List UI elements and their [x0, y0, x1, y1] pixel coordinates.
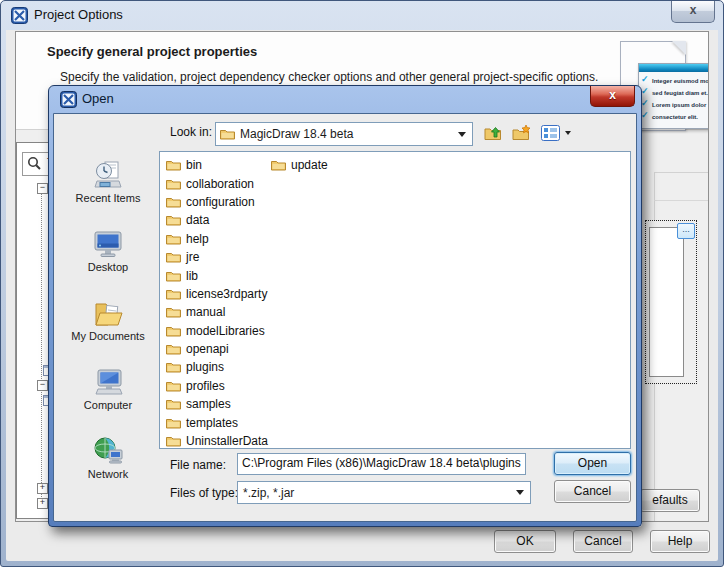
- folder-icon: [166, 251, 181, 263]
- open-dialog-title: Open: [82, 86, 114, 112]
- folder-icon: [166, 325, 181, 337]
- open-dialog-content: Look in: MagicDraw 18.4 beta Recent Item…: [53, 113, 637, 522]
- ok-button[interactable]: OK: [494, 530, 556, 553]
- folder-item[interactable]: jre: [163, 248, 202, 266]
- checklist-row: ✓ consectetur elit.: [639, 109, 709, 121]
- folder-item[interactable]: plugins: [163, 358, 227, 376]
- help-button[interactable]: Help: [650, 530, 710, 553]
- checklist-row: ✓ Lorem ipsum dolor: [639, 97, 709, 109]
- files-of-type-combobox[interactable]: *.zip, *.jar: [237, 481, 531, 504]
- page-fold-corner: [672, 41, 686, 55]
- folder-icon: [166, 306, 181, 318]
- desktop-icon: [92, 229, 124, 259]
- open-dialog-titlebar[interactable]: Open x: [49, 86, 641, 113]
- folder-item[interactable]: templates: [163, 413, 241, 431]
- folder-icon: [220, 128, 235, 140]
- options-group-divider: [654, 200, 709, 201]
- folder-item[interactable]: collaboration: [163, 174, 257, 192]
- view-menu-dropdown-arrow[interactable]: [565, 131, 571, 135]
- folder-icon: [166, 288, 181, 300]
- checklist-row: ✓ Integer euismod mollis: [639, 73, 709, 85]
- file-name-input[interactable]: C:\Program Files (x86)\MagicDraw 18.4 be…: [237, 453, 526, 475]
- window-close-button[interactable]: x: [671, 1, 715, 23]
- folder-icon: [166, 417, 181, 429]
- folder-item[interactable]: bin: [163, 156, 205, 174]
- checklist-illustration: ✓ Integer euismod mollis ✓ sed feugiat d…: [638, 63, 709, 129]
- up-one-level-button[interactable]: [483, 122, 505, 144]
- page-title: Specify general project properties: [47, 44, 257, 59]
- folder-icon: [166, 361, 181, 373]
- folder-item[interactable]: help: [163, 230, 212, 248]
- new-folder-icon: [512, 124, 532, 142]
- folder-item[interactable]: update: [268, 156, 331, 174]
- check-icon: ✓: [641, 73, 649, 85]
- folder-item[interactable]: samples: [163, 395, 234, 413]
- checklist-header-bar: [639, 64, 709, 72]
- view-menu-button[interactable]: [539, 122, 561, 144]
- tree-expand-toggle[interactable]: +: [37, 483, 48, 494]
- computer-icon: [92, 367, 124, 397]
- folder-item[interactable]: license3rdparty: [163, 285, 270, 303]
- network-icon: [92, 436, 124, 466]
- sidebar-item-my-documents[interactable]: My Documents: [60, 288, 156, 357]
- reset-to-defaults-button[interactable]: efaults: [640, 489, 700, 512]
- open-dialog-close-button[interactable]: x: [590, 86, 635, 107]
- sidebar-item-network[interactable]: Network: [60, 426, 156, 495]
- property-editor-field[interactable]: [649, 227, 684, 377]
- folder-icon: [166, 196, 181, 208]
- folder-icon: [271, 159, 286, 171]
- folder-item[interactable]: configuration: [163, 193, 258, 211]
- folder-icon: [166, 435, 181, 447]
- tree-expand-toggle[interactable]: +: [37, 498, 48, 509]
- folder-icon: [166, 159, 181, 171]
- folder-list-column-2: update: [268, 156, 331, 174]
- new-folder-button[interactable]: [511, 122, 533, 144]
- tree-collapse-toggle[interactable]: −: [37, 380, 48, 391]
- browse-ellipsis-button[interactable]: ...: [677, 223, 695, 239]
- magicdraw-app-icon: [11, 7, 28, 24]
- open-dialog-cancel-button[interactable]: Cancel: [554, 480, 631, 503]
- tree-collapse-toggle[interactable]: −: [37, 183, 48, 194]
- folder-icon: [166, 343, 181, 355]
- page-subtitle: Specify the validation, project dependen…: [60, 70, 598, 84]
- my-documents-icon: [92, 298, 124, 328]
- cancel-button[interactable]: Cancel: [573, 530, 633, 553]
- folder-item[interactable]: data: [163, 211, 212, 229]
- file-chooser-toolbar: [483, 122, 571, 144]
- folder-item[interactable]: UninstallerData: [163, 432, 271, 449]
- chevron-down-icon: [458, 132, 466, 137]
- chevron-down-icon: [516, 490, 524, 495]
- sidebar-item-desktop[interactable]: Desktop: [60, 219, 156, 288]
- open-dialog-window: Open x Look in: MagicDraw 18.4 beta: [48, 85, 642, 527]
- search-icon: [27, 156, 42, 171]
- up-one-level-icon: [484, 124, 504, 142]
- checklist-rows: ✓ Integer euismod mollis ✓ sed feugiat d…: [639, 73, 709, 121]
- open-button[interactable]: Open: [554, 452, 631, 475]
- folder-item[interactable]: openapi: [163, 340, 232, 358]
- folder-item[interactable]: lib: [163, 266, 201, 284]
- checklist-row: ✓ sed feugiat diam et.: [639, 85, 709, 97]
- folder-item[interactable]: modelLibraries: [163, 322, 268, 340]
- look-in-combobox[interactable]: MagicDraw 18.4 beta: [215, 122, 473, 146]
- folder-icon: [166, 270, 181, 282]
- check-icon: ✓: [641, 97, 649, 109]
- folder-item[interactable]: profiles: [163, 377, 228, 395]
- view-menu-icon: [541, 125, 560, 141]
- tree-connector-line: [41, 187, 42, 507]
- check-icon: ✓: [641, 109, 649, 121]
- folder-icon: [166, 380, 181, 392]
- places-sidebar: Recent Items Desktop My Documents Comput…: [60, 150, 156, 508]
- recent-items-icon: [92, 160, 124, 190]
- file-name-label: File name:: [170, 458, 226, 472]
- look-in-label: Look in:: [170, 125, 212, 139]
- folder-icon: [166, 214, 181, 226]
- folder-item[interactable]: manual: [163, 303, 228, 321]
- folder-list[interactable]: bin collaboration configuration: [159, 151, 631, 449]
- folder-icon: [166, 178, 181, 190]
- dialog-button-row: OK Cancel Help: [494, 530, 710, 553]
- project-options-titlebar[interactable]: Project Options x: [1, 1, 723, 30]
- magicdraw-app-icon: [60, 91, 77, 108]
- folder-icon: [166, 233, 181, 245]
- sidebar-item-recent-items[interactable]: Recent Items: [60, 150, 156, 219]
- sidebar-item-computer[interactable]: Computer: [60, 357, 156, 426]
